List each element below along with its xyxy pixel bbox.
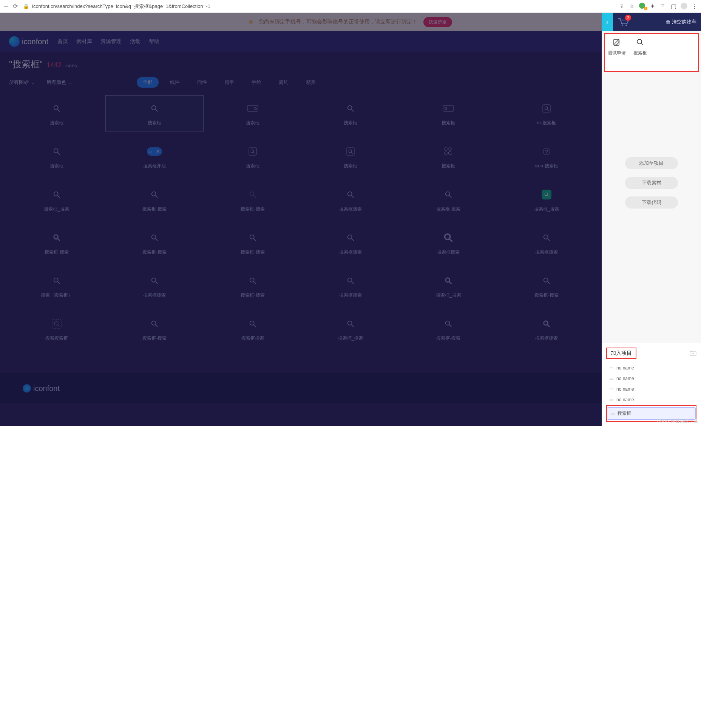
result-label: 搜索框	[50, 163, 63, 169]
pill-handdrawn[interactable]: 手绘	[246, 77, 267, 88]
icon-result[interactable]: 搜索框_搜索	[400, 267, 497, 304]
icon-result[interactable]: 搜索框-搜索	[105, 224, 203, 261]
project-item[interactable]: ▭no name	[606, 394, 696, 405]
icon-result[interactable]: 搜索框	[400, 138, 497, 175]
icon-result[interactable]: 搜索框搜索	[497, 311, 595, 347]
svg-line-82	[253, 325, 256, 327]
icon-result[interactable]: 搜索框	[204, 95, 301, 131]
icon-result[interactable]: 搜索框-搜索	[105, 181, 203, 218]
reload-icon[interactable]: ⟳	[13, 3, 18, 10]
nav-library[interactable]: 素材库	[76, 38, 92, 45]
icon-result[interactable]: 搜索框	[204, 138, 301, 175]
forward-icon[interactable]: →	[3, 3, 9, 10]
puzzle-icon[interactable]: ✦	[649, 3, 656, 10]
playlist-icon[interactable]: ≡	[659, 3, 666, 10]
nav-home[interactable]: 首页	[57, 38, 68, 45]
icon-result[interactable]: 搜索框搜索	[204, 311, 301, 347]
app: 您尚未绑定手机号，可能会影响账号的正常使用，请立即进行绑定！ 快速绑定 icon…	[0, 13, 701, 426]
query-text: "搜索框"	[9, 58, 43, 70]
icon-result[interactable]: 搜索框	[8, 138, 105, 175]
icon-result[interactable]: 搜索框	[105, 95, 203, 131]
pill-all[interactable]: 全部	[137, 77, 159, 88]
icon-result[interactable]: 搜索框搜索	[301, 267, 399, 304]
color-dropdown[interactable]: 所有颜色⌄	[46, 79, 73, 86]
extension-icon[interactable]: 1	[639, 3, 645, 9]
result-icon	[147, 230, 162, 245]
icon-result[interactable]: 搜索搜索框	[8, 311, 105, 347]
panel-icon[interactable]: ▢	[670, 3, 677, 10]
icon-result[interactable]: ?icon-搜索框	[497, 138, 595, 175]
icon-result[interactable]: m-搜索框	[497, 95, 595, 131]
trash-icon: 🗑	[665, 19, 670, 25]
icon-result[interactable]: 搜索框_搜索	[8, 181, 105, 218]
result-icon	[441, 187, 456, 202]
pill-flat[interactable]: 扁平	[218, 77, 240, 88]
pill-minimal[interactable]: 简约	[273, 77, 295, 88]
icon-result[interactable]: 搜索框-搜索	[105, 311, 203, 347]
profile-icon[interactable]	[681, 3, 687, 9]
icon-result[interactable]: 搜索框_搜索	[497, 181, 595, 218]
nav-resource[interactable]: 资源管理	[100, 38, 122, 45]
download-assets-button[interactable]: 下载素材	[625, 177, 678, 189]
icon-result[interactable]: 搜索框-搜索	[400, 311, 497, 347]
result-icon	[245, 101, 260, 116]
download-code-button[interactable]: 下载代码	[625, 196, 678, 209]
nav-help[interactable]: 帮助	[149, 38, 159, 45]
collapse-panel-button[interactable]: ›	[602, 13, 613, 31]
project-item[interactable]: ▭no name	[606, 373, 696, 384]
cart-item[interactable]: 搜索框	[633, 37, 647, 68]
icon-result[interactable]: 搜索框_搜索	[301, 311, 399, 347]
svg-line-71	[449, 281, 452, 284]
logo[interactable]: iconfont	[9, 36, 48, 47]
footer-logo[interactable]: iconfont	[23, 384, 60, 393]
result-label: 搜索框_搜索	[338, 335, 363, 342]
result-label: 搜索框搜索	[535, 335, 558, 342]
icon-result[interactable]: 搜索框搜索	[105, 267, 203, 304]
svg-line-78	[58, 325, 59, 326]
icon-result[interactable]: 搜索框-搜索	[204, 267, 301, 304]
url-bar[interactable]: 🔒 iconfont.cn/search/index?searchType=ic…	[22, 3, 614, 10]
icon-result[interactable]: 搜索框	[400, 95, 497, 131]
icon-result[interactable]: 搜索框	[8, 95, 105, 131]
clear-cart-button[interactable]: 🗑 清空购物车	[665, 19, 696, 25]
svg-line-57	[450, 239, 452, 241]
style-pills: 全部 线性 面性 扁平 手绘 简约 精美	[137, 77, 322, 88]
result-label: 搜索框	[246, 120, 259, 126]
pill-exquisite[interactable]: 精美	[300, 77, 322, 88]
svg-line-6	[256, 109, 257, 110]
project-item[interactable]: ▭no name	[606, 384, 696, 394]
project-item[interactable]: ▭no name	[606, 363, 696, 373]
add-to-project-button[interactable]: 添加至项目	[625, 157, 678, 169]
star-icon[interactable]: ☆	[628, 3, 635, 10]
nav-activity[interactable]: 活动	[130, 38, 141, 45]
bind-phone-button[interactable]: 快速绑定	[423, 17, 452, 27]
icon-result[interactable]: 搜索框-搜索	[400, 181, 497, 218]
pill-solid[interactable]: 面性	[191, 77, 213, 88]
icon-result[interactable]: 搜索框-搜索	[497, 267, 595, 304]
kebab-icon[interactable]: ⋮	[691, 3, 698, 10]
icon-result[interactable]: 搜索框	[301, 138, 399, 175]
icon-type-dropdown[interactable]: 所有图标⌄	[9, 79, 35, 86]
icon-result[interactable]: 搜索框搜索	[497, 224, 595, 261]
add-project-icon[interactable]: +	[690, 351, 696, 356]
icon-result[interactable]: 搜索框搜索	[301, 181, 399, 218]
project-label: no name	[616, 397, 634, 402]
cart-item[interactable]: 测试申请	[608, 37, 626, 68]
lock-icon: 🔒	[23, 3, 29, 9]
nav-menu: 首页 素材库 资源管理 活动 帮助	[57, 38, 159, 45]
footer-logo-text: iconfont	[33, 384, 60, 393]
icon-result[interactable]: 搜索框-搜索	[204, 181, 301, 218]
icon-result[interactable]: 搜索框-搜索	[8, 224, 105, 261]
icon-result[interactable]: 搜索框搜索	[301, 224, 399, 261]
pill-linear[interactable]: 线性	[164, 77, 186, 88]
icon-result[interactable]: 搜索框搜索	[400, 224, 497, 261]
icon-result[interactable]: 搜索（搜索框）	[8, 267, 105, 304]
icon-result[interactable]: 搜索框	[301, 95, 399, 131]
share-icon[interactable]: ⇪	[618, 3, 625, 10]
result-icon	[343, 187, 358, 202]
icon-result[interactable]: ⌕✕搜索框开启	[105, 138, 203, 175]
icon-result[interactable]: 搜索框-搜索	[204, 224, 301, 261]
result-label: 搜索搜索框	[45, 335, 68, 342]
result-icon	[441, 316, 456, 331]
svg-line-8	[352, 109, 354, 111]
